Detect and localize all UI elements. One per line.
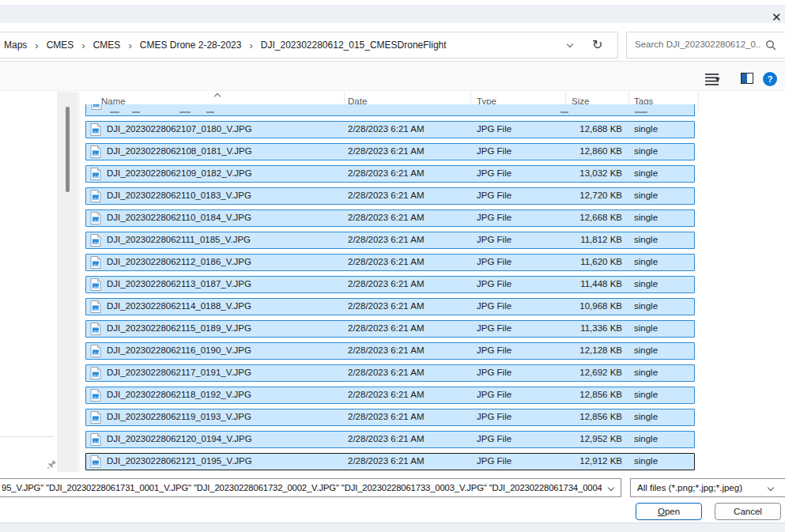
file-name-cell: DJI_20230228062109_0182_V.JPG	[107, 168, 252, 178]
file-row[interactable]: DJI_20230228062112_0186_V.JPG 2/28/2023 …	[85, 254, 695, 271]
file-tags-cell: single	[634, 412, 658, 421]
image-file-icon	[90, 278, 101, 291]
open-button-label-rest: pen	[665, 507, 680, 516]
breadcrumb-item[interactable]: DJI_202302280612_015_CMESDroneFlight	[259, 40, 448, 51]
image-file-icon	[90, 234, 101, 247]
navigation-pane	[0, 92, 54, 472]
file-row[interactable]: DJI_20230228062113_0187_V.JPG 2/28/2023 …	[85, 276, 695, 293]
file-name-cell: DJI_20230228062110_0183_V.JPG	[107, 191, 251, 200]
image-file-icon	[90, 433, 101, 446]
file-type-cell: JPG File	[477, 345, 511, 355]
navigation-scrollbar-track[interactable]	[57, 92, 77, 472]
view-options-caret-icon[interactable]: ▾	[715, 74, 720, 85]
clipped-text	[635, 111, 647, 113]
file-name-cell: DJI_20230228062114_0188_V.JPG	[107, 301, 251, 311]
file-row[interactable]: DJI_20230228062110_0184_V.JPG 2/28/2023 …	[85, 209, 695, 227]
file-list: DJI_20230228062107_0180_V.JPG 2/28/2023 …	[85, 121, 695, 475]
column-divider[interactable]	[698, 92, 699, 113]
breadcrumb-separator-icon: ›	[122, 40, 138, 51]
address-bar[interactable]: Maps›CMES›CMES›CMES Drone 2-28-2023›DJI_…	[0, 32, 618, 58]
breadcrumb-separator-icon: ›	[28, 40, 44, 51]
file-date-cell: 2/28/2023 6:21 AM	[348, 456, 425, 466]
file-name-cell: DJI_20230228062119_0193_V.JPG	[107, 412, 251, 421]
navigation-pane-divider	[0, 436, 54, 437]
refresh-icon[interactable]: ↻	[592, 37, 602, 52]
view-options-button[interactable]	[697, 73, 729, 85]
file-type-cell: JPG File	[477, 390, 511, 399]
image-file-icon	[90, 256, 101, 269]
clipped-text	[132, 111, 140, 113]
file-row[interactable]: DJI_20230228062116_0190_V.JPG 2/28/2023 …	[85, 342, 695, 360]
breadcrumb-separator-icon: ›	[243, 40, 259, 51]
close-icon[interactable]: ✕	[772, 11, 782, 23]
file-row[interactable]: DJI_20230228062110_0183_V.JPG 2/28/2023 …	[85, 187, 695, 205]
file-row[interactable]: DJI_20230228062107_0180_V.JPG 2/28/2023 …	[85, 121, 695, 138]
file-tags-cell: single	[634, 168, 658, 178]
file-date-cell: 2/28/2023 6:21 AM	[348, 257, 425, 266]
search-input[interactable]: Search DJI_202302280612_0...	[626, 32, 785, 58]
image-file-icon	[90, 145, 101, 158]
file-size-cell: 12,912 KB	[517, 456, 622, 466]
file-size-cell: 12,720 KB	[517, 191, 622, 200]
preview-pane-button[interactable]	[741, 73, 753, 84]
breadcrumb-item[interactable]: Maps	[2, 40, 28, 51]
filetype-select[interactable]: All files (*.png;*.jpg;*.jpeg)	[630, 478, 785, 497]
open-button[interactable]: Open	[636, 503, 702, 520]
file-size-cell: 12,128 KB	[517, 345, 622, 355]
file-row[interactable]: DJI_20230228062114_0188_V.JPG 2/28/2023 …	[85, 298, 695, 315]
file-size-cell: 13,032 KB	[517, 168, 622, 178]
navigation-scrollbar-thumb[interactable]	[66, 107, 70, 192]
file-date-cell: 2/28/2023 6:21 AM	[348, 124, 425, 134]
file-date-cell: 2/28/2023 6:21 AM	[348, 146, 425, 156]
address-dropdown-chevron-icon[interactable]	[567, 41, 573, 47]
file-row[interactable]: DJI_20230228062119_0193_V.JPG 2/28/2023 …	[85, 409, 695, 426]
file-name-cell: DJI_20230228062116_0190_V.JPG	[107, 345, 251, 355]
image-file-icon	[90, 389, 101, 402]
file-row[interactable]: DJI_20230228062108_0181_V.JPG 2/28/2023 …	[85, 143, 695, 160]
clipped-text	[179, 111, 191, 113]
clipped-text	[110, 111, 119, 113]
file-tags-cell: single	[634, 279, 658, 289]
file-type-cell: JPG File	[477, 301, 511, 311]
file-tags-cell: single	[634, 146, 658, 156]
cancel-button[interactable]: Cancel	[715, 503, 781, 520]
file-type-cell: JPG File	[477, 434, 511, 443]
filename-dropdown-chevron-icon[interactable]	[608, 485, 614, 491]
file-tags-cell: single	[634, 213, 658, 222]
image-file-icon	[90, 168, 101, 180]
breadcrumb-item[interactable]: CMES Drone 2-28-2023	[138, 40, 243, 51]
breadcrumb-item[interactable]: CMES	[45, 40, 76, 51]
file-type-cell: JPG File	[477, 146, 511, 156]
breadcrumb-item[interactable]: CMES	[92, 40, 123, 51]
file-row[interactable]: DJI_20230228062118_0192_V.JPG 2/28/2023 …	[85, 387, 695, 404]
file-size-cell: 11,448 KB	[517, 279, 622, 289]
file-name-cell: DJI_20230228062118_0192_V.JPG	[107, 390, 251, 399]
pane-separator	[78, 92, 79, 472]
file-size-cell: 12,692 KB	[517, 368, 622, 377]
clipped-text	[206, 111, 214, 113]
file-tags-cell: single	[634, 257, 658, 266]
file-type-cell: JPG File	[477, 412, 511, 421]
image-file-icon	[90, 411, 101, 424]
image-file-icon	[90, 190, 101, 202]
pin-icon[interactable]	[46, 460, 56, 470]
file-type-cell: JPG File	[477, 456, 511, 466]
file-row[interactable]: DJI_20230228062111_0185_V.JPG 2/28/2023 …	[85, 232, 695, 249]
file-row[interactable]: DJI_20230228062120_0194_V.JPG 2/28/2023 …	[85, 431, 695, 448]
file-size-cell: 12,856 KB	[517, 390, 622, 399]
file-row[interactable]: DJI_20230228062121_0195_V.JPG 2/28/2023 …	[85, 453, 695, 470]
file-row[interactable]: DJI_20230228062109_0182_V.JPG 2/28/2023 …	[85, 165, 695, 183]
file-name-cell: DJI_20230228062117_0191_V.JPG	[107, 368, 251, 377]
file-row[interactable]: DJI_20230228062117_0191_V.JPG 2/28/2023 …	[85, 364, 695, 382]
file-row-partially-scrolled[interactable]	[85, 104, 695, 116]
sort-ascending-icon	[214, 93, 221, 100]
filetype-dropdown-chevron-icon[interactable]	[768, 485, 774, 491]
help-button[interactable]: ?	[763, 72, 777, 86]
image-file-icon	[91, 104, 102, 110]
file-row[interactable]: DJI_20230228062115_0189_V.JPG 2/28/2023 …	[85, 320, 695, 338]
filename-value: 95_V.JPG" "DJI_20230228061731_0001_V.JPG…	[2, 483, 602, 492]
file-date-cell: 2/28/2023 6:21 AM	[348, 345, 425, 355]
file-size-cell: 12,856 KB	[517, 412, 622, 421]
open-button-accesskey: O	[658, 507, 665, 516]
filename-input[interactable]: 95_V.JPG" "DJI_20230228061731_0001_V.JPG…	[0, 478, 621, 497]
